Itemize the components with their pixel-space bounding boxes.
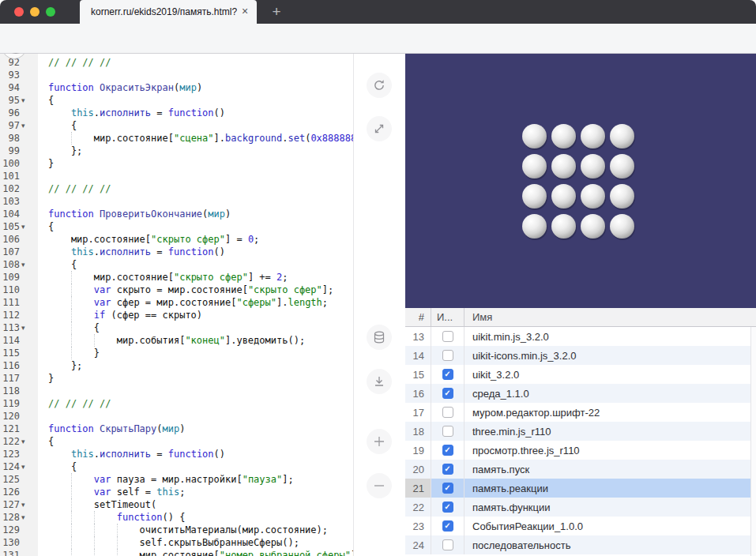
- code-line[interactable]: 120: [0, 410, 353, 423]
- code-line[interactable]: 131 мир.состояние["номер выбранной сферы…: [0, 549, 353, 556]
- code-text: {: [38, 321, 353, 334]
- code-line[interactable]: 123 this.исполнить = function(): [0, 448, 353, 460]
- row-number: 23: [405, 517, 431, 535]
- header-name[interactable]: Имя: [465, 308, 756, 326]
- plus-button[interactable]: [367, 429, 392, 454]
- code-line[interactable]: 112 if (сфер == скрыто): [0, 309, 353, 321]
- fold-arrow-icon[interactable]: ▾: [21, 94, 25, 107]
- include-checkbox[interactable]: [442, 350, 453, 361]
- checkbox-cell: ✓: [431, 441, 465, 460]
- table-row[interactable]: 18three.min.js_r110: [405, 422, 756, 441]
- table-row[interactable]: 20✓память.пуск: [405, 460, 756, 479]
- fold-arrow-icon[interactable]: ▾: [21, 321, 25, 334]
- code-line[interactable]: 128▾ function() {: [0, 511, 353, 524]
- fold-arrow-icon[interactable]: ▾: [21, 498, 25, 511]
- code-line[interactable]: 93: [0, 69, 353, 81]
- code-line[interactable]: 110 var скрыто = мир.состояние["скрыто с…: [0, 284, 353, 296]
- code-line[interactable]: 119// // // //: [0, 397, 353, 410]
- include-checkbox[interactable]: [442, 426, 453, 437]
- code-line[interactable]: 105▾{: [0, 220, 353, 233]
- code-line[interactable]: 114 мир.события["конец"].уведомить();: [0, 334, 353, 347]
- include-checkbox[interactable]: [442, 407, 453, 418]
- header-number[interactable]: #: [405, 308, 431, 326]
- code-line[interactable]: 106 мир.состояние["скрыто сфер"] = 0;: [0, 233, 353, 246]
- table-row[interactable]: 23✓СобытияРеакции_1.0.0: [405, 517, 756, 535]
- code-line[interactable]: 101: [0, 170, 353, 182]
- code-text: }: [38, 372, 353, 385]
- table-row[interactable]: 19✓просмотр.three.js_r110: [405, 441, 756, 460]
- fold-arrow-icon[interactable]: ▾: [21, 220, 25, 233]
- refresh-button[interactable]: [367, 73, 392, 98]
- code-text: мир.состояние["номер выбранной сферы"]: [38, 549, 353, 556]
- code-line[interactable]: 104function ПроверитьОкончание(мир): [0, 208, 353, 220]
- code-line[interactable]: 108▾ {: [0, 258, 353, 271]
- row-number: 19: [405, 441, 431, 460]
- code-line[interactable]: 97▾ {: [0, 119, 353, 132]
- sphere: [610, 184, 634, 208]
- window-minimize-button[interactable]: [30, 7, 39, 17]
- fold-arrow-icon[interactable]: ▾: [21, 435, 25, 448]
- code-line[interactable]: 99 };: [0, 145, 353, 157]
- include-checkbox[interactable]: ✓: [442, 388, 453, 399]
- include-checkbox[interactable]: [442, 331, 453, 342]
- table-row[interactable]: 14uikit-icons.min.js_3.2.0: [405, 346, 756, 365]
- include-checkbox[interactable]: ✓: [442, 464, 453, 475]
- code-line[interactable]: 117}: [0, 372, 353, 385]
- table-row[interactable]: 24последовательность: [405, 535, 756, 554]
- code-line[interactable]: 102// // // //: [0, 182, 353, 195]
- code-line[interactable]: 122▾{: [0, 435, 353, 448]
- code-editor[interactable]: 92// // // //9394function ОкраситьЭкран(…: [0, 54, 353, 556]
- minus-button[interactable]: [367, 473, 392, 498]
- tab-close-icon[interactable]: ×: [237, 4, 253, 20]
- code-line[interactable]: 130 self.скрытьВыбранныеСферы();: [0, 536, 353, 549]
- fold-arrow-icon[interactable]: ▾: [21, 460, 25, 473]
- window-zoom-button[interactable]: [46, 7, 55, 17]
- expand-button[interactable]: [367, 116, 392, 141]
- include-checkbox[interactable]: ✓: [442, 520, 453, 532]
- include-checkbox[interactable]: ✓: [442, 369, 453, 380]
- code-line[interactable]: 103: [0, 195, 353, 208]
- code-line[interactable]: 129 очиститьМатериалы(мир.состояние);: [0, 524, 353, 536]
- code-line[interactable]: 115 }: [0, 347, 353, 359]
- code-line[interactable]: 124▾ {: [0, 460, 353, 473]
- checkbox-cell: ✓: [431, 384, 465, 403]
- code-line[interactable]: 98 мир.состояние["сцена"].background.set…: [0, 132, 353, 145]
- code-line[interactable]: 125 var пауза = мир.настройки["пауза"];: [0, 473, 353, 486]
- fold-arrow-icon[interactable]: ▾: [21, 258, 25, 271]
- code-line[interactable]: 111 var сфер = мир.состояние["сферы"].le…: [0, 296, 353, 309]
- header-included[interactable]: И...: [431, 308, 465, 326]
- code-line[interactable]: 116 };: [0, 359, 353, 372]
- include-checkbox[interactable]: ✓: [442, 445, 453, 456]
- table-row[interactable]: 13uikit.min.js_3.2.0: [405, 327, 756, 346]
- table-scrollbar-track[interactable]: [750, 327, 756, 556]
- include-checkbox[interactable]: ✓: [442, 502, 453, 513]
- code-line[interactable]: 126 var self = this;: [0, 486, 353, 498]
- code-line[interactable]: 109 мир.состояние["скрыто сфер"] += 2;: [0, 271, 353, 284]
- code-line[interactable]: 121function СкрытьПару(мир): [0, 423, 353, 435]
- table-row[interactable]: 16✓среда_1.1.0: [405, 384, 756, 403]
- fold-arrow-icon[interactable]: ▾: [21, 511, 25, 524]
- table-row[interactable]: 17муром.редактор.шрифт-22: [405, 403, 756, 422]
- fold-arrow-icon[interactable]: ▾: [21, 119, 25, 132]
- code-line[interactable]: 107 this.исполнить = function(): [0, 246, 353, 258]
- table-row[interactable]: 15✓uikit_3.2.0: [405, 365, 756, 384]
- code-line[interactable]: 96 this.исполнить = function(): [0, 107, 353, 119]
- code-line[interactable]: 95▾{: [0, 94, 353, 107]
- table-row[interactable]: 22✓память.функции: [405, 498, 756, 517]
- code-line[interactable]: 113▾ {: [0, 321, 353, 334]
- download-button[interactable]: [367, 369, 392, 394]
- 3d-preview-canvas[interactable]: [405, 54, 756, 308]
- code-line[interactable]: 127▾ setTimeout(: [0, 498, 353, 511]
- code-line[interactable]: 100}: [0, 157, 353, 170]
- code-line[interactable]: 92// // // //: [0, 56, 353, 69]
- database-button[interactable]: [367, 325, 392, 350]
- include-checkbox[interactable]: ✓: [442, 483, 453, 494]
- table-row[interactable]: 21✓память.реакции: [405, 479, 756, 498]
- code-line[interactable]: 94function ОкраситьЭкран(мир): [0, 81, 353, 94]
- include-checkbox[interactable]: [442, 539, 453, 550]
- browser-tab[interactable]: kornerr.ru/ekids2019/память.html?0 ×: [80, 0, 257, 24]
- new-tab-button[interactable]: +: [266, 2, 287, 22]
- row-number: 21: [405, 479, 431, 498]
- window-close-button[interactable]: [14, 7, 24, 17]
- code-line[interactable]: 118: [0, 385, 353, 397]
